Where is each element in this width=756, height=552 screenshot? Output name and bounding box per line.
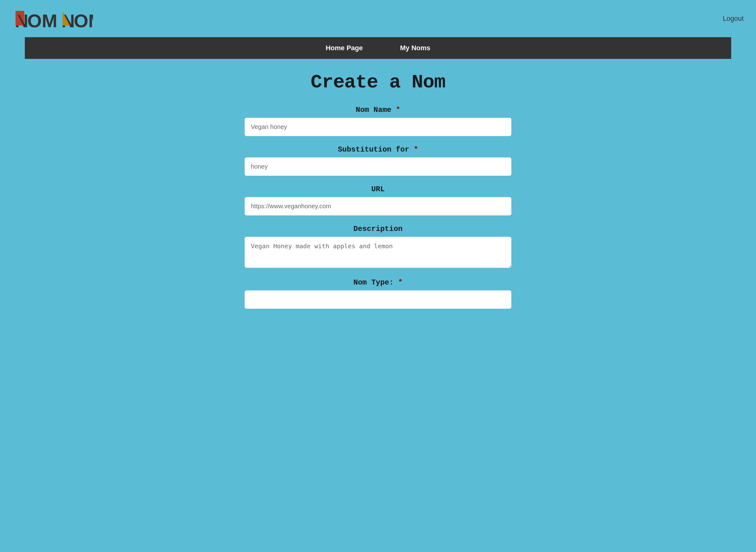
nom-name-required-star: * bbox=[396, 106, 400, 114]
logout-button[interactable]: Logout bbox=[723, 15, 744, 23]
nom-type-label: Nom Type: * bbox=[245, 278, 511, 287]
home-page-link[interactable]: Home Page bbox=[307, 37, 381, 59]
nom-name-group: Nom Name * bbox=[245, 106, 511, 136]
url-input[interactable] bbox=[245, 197, 511, 216]
my-noms-link[interactable]: My Noms bbox=[381, 37, 449, 59]
substitution-input[interactable] bbox=[245, 157, 511, 176]
substitution-group: Substitution for * bbox=[245, 145, 511, 176]
nom-name-input[interactable] bbox=[245, 118, 511, 136]
url-label: URL bbox=[245, 185, 511, 193]
url-group: URL bbox=[245, 185, 511, 216]
nom-name-label-text: Nom Name bbox=[356, 106, 391, 114]
create-nom-form: Nom Name * Substitution for * URL Descri… bbox=[245, 106, 511, 309]
main-content: Create a Nom Nom Name * Substitution for… bbox=[238, 59, 518, 330]
nom-type-required-star: * bbox=[398, 278, 402, 287]
logo-svg: N OM N OMS bbox=[12, 6, 93, 31]
logo-oms-text: OMS bbox=[74, 11, 93, 31]
header: N OM N OMS Logout bbox=[0, 0, 756, 37]
substitution-label: Substitution for * bbox=[245, 145, 511, 154]
logo: N OM N OMS bbox=[12, 6, 93, 31]
substitution-required-star: * bbox=[414, 145, 418, 154]
description-group: Description bbox=[245, 225, 511, 269]
nom-type-label-text: Nom Type: bbox=[354, 278, 394, 287]
substitution-label-text: Substitution for bbox=[338, 145, 409, 154]
nom-type-group: Nom Type: * bbox=[245, 278, 511, 309]
description-textarea[interactable] bbox=[245, 237, 511, 268]
navbar: Home Page My Noms bbox=[25, 37, 731, 59]
logo-om-text: OM bbox=[27, 11, 57, 31]
nom-type-input[interactable] bbox=[245, 290, 511, 309]
nom-name-label: Nom Name * bbox=[245, 106, 511, 114]
page-title: Create a Nom bbox=[245, 71, 511, 93]
description-label: Description bbox=[245, 225, 511, 233]
